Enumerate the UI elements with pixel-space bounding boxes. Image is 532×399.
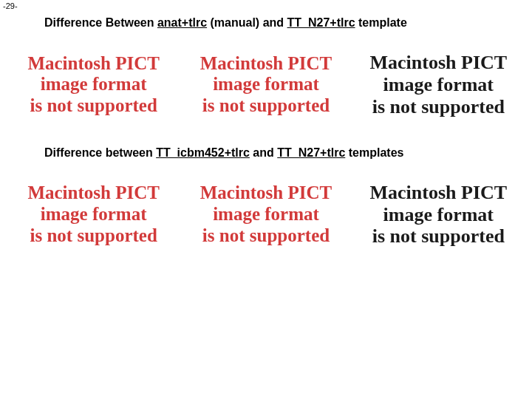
heading1-suffix: template bbox=[355, 16, 407, 29]
pict-placeholder: Macintosh PICT image format is not suppo… bbox=[352, 52, 525, 118]
placeholder-line: image format bbox=[352, 204, 525, 226]
image-row-2: Macintosh PICT image format is not suppo… bbox=[0, 182, 532, 248]
heading1-prefix: Difference Between bbox=[44, 16, 157, 29]
image-row-1: Macintosh PICT image format is not suppo… bbox=[0, 52, 532, 118]
placeholder-line: Macintosh PICT bbox=[352, 52, 525, 74]
pict-placeholder: Macintosh PICT image format is not suppo… bbox=[352, 182, 525, 248]
placeholder-line: image format bbox=[180, 74, 352, 95]
placeholder-line: Macintosh PICT bbox=[352, 182, 525, 204]
heading2-term2: TT_N27+tlrc bbox=[277, 146, 345, 159]
page-number: -29- bbox=[3, 1, 18, 10]
placeholder-line: is not supported bbox=[180, 95, 352, 117]
placeholder-line: image format bbox=[352, 74, 525, 96]
heading2-term1: TT_icbm452+tlrc bbox=[156, 146, 250, 159]
heading2-prefix: Difference between bbox=[44, 146, 156, 159]
heading1-term2: TT_N27+tlrc bbox=[287, 16, 355, 29]
placeholder-line: image format bbox=[7, 204, 180, 225]
placeholder-line: is not supported bbox=[352, 96, 525, 118]
placeholder-line: Macintosh PICT bbox=[7, 183, 180, 204]
placeholder-line: is not supported bbox=[7, 225, 180, 247]
placeholder-line: image format bbox=[7, 74, 180, 95]
placeholder-line: image format bbox=[180, 204, 352, 225]
heading1-term1: anat+tlrc bbox=[157, 16, 207, 29]
placeholder-line: Macintosh PICT bbox=[180, 53, 352, 75]
heading2-suffix: templates bbox=[345, 146, 403, 159]
placeholder-line: Macintosh PICT bbox=[180, 183, 352, 204]
placeholder-line: is not supported bbox=[180, 225, 352, 247]
pict-placeholder: Macintosh PICT image format is not suppo… bbox=[7, 53, 180, 117]
placeholder-line: is not supported bbox=[352, 225, 525, 248]
heading-comparison-1: Difference Between anat+tlrc (manual) an… bbox=[44, 16, 532, 30]
pict-placeholder: Macintosh PICT image format is not suppo… bbox=[7, 183, 180, 246]
placeholder-line: is not supported bbox=[7, 95, 180, 117]
heading1-mid: (manual) and bbox=[207, 16, 287, 29]
pict-placeholder: Macintosh PICT image format is not suppo… bbox=[180, 53, 352, 117]
pict-placeholder: Macintosh PICT image format is not suppo… bbox=[180, 183, 352, 246]
heading2-mid: and bbox=[250, 146, 277, 159]
heading-comparison-2: Difference between TT_icbm452+tlrc and T… bbox=[44, 146, 532, 160]
placeholder-line: Macintosh PICT bbox=[7, 53, 180, 75]
